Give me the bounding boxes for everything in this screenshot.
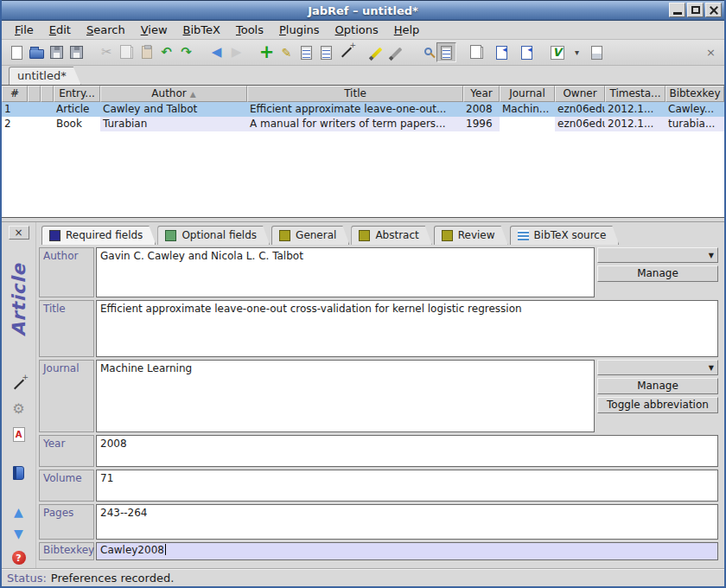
database-tab-untitled[interactable]: untitled*: [9, 67, 81, 85]
maximize-button[interactable]: [687, 3, 704, 17]
generate-key-button[interactable]: [11, 376, 27, 392]
database-tab-bar: untitled*: [2, 66, 724, 85]
pages-input[interactable]: 243--264: [96, 504, 718, 540]
col-header-bibtexkey[interactable]: Bibtexkey: [666, 86, 724, 102]
col-header-journal[interactable]: Journal: [500, 86, 555, 102]
author-input[interactable]: Gavin C. Cawley and Nicola L. C. Talbot: [96, 247, 595, 297]
copy-entries-button[interactable]: [467, 42, 487, 62]
menu-view[interactable]: View: [133, 21, 175, 39]
undo-button[interactable]: ↶: [156, 42, 176, 62]
tab-abstract[interactable]: Abstract: [351, 226, 431, 245]
copy-button[interactable]: [117, 42, 137, 62]
tab-label: Abstract: [375, 229, 418, 241]
bibtexkey-input[interactable]: Cawley2008: [96, 542, 718, 560]
tab-general[interactable]: General: [271, 226, 349, 245]
col-header-title[interactable]: Title: [247, 86, 463, 102]
menu-edit[interactable]: Edit: [41, 21, 79, 39]
gear-icon: ⚙: [12, 402, 24, 416]
import-into-new-database-button[interactable]: [492, 42, 512, 62]
tab-optional-fields[interactable]: Optional fields: [157, 226, 270, 245]
tab-label: General: [296, 229, 336, 241]
save-database-button[interactable]: [47, 42, 67, 62]
unmark-entries-button[interactable]: [386, 42, 406, 62]
table-row-2[interactable]: 2 Book Turabian A manual for writers of …: [2, 117, 724, 131]
review-icon: [442, 230, 453, 241]
new-database-button[interactable]: [7, 42, 27, 62]
table-row-1[interactable]: 1 Article Cawley and Talbot Efficient ap…: [2, 102, 724, 117]
close-entry-editor-button[interactable]: ×: [9, 226, 29, 240]
journal-manage-button[interactable]: Manage: [597, 378, 718, 394]
import-into-current-database-button[interactable]: [517, 42, 537, 62]
unmark-pen-icon: [391, 47, 402, 58]
push-to-lyx-button[interactable]: V: [547, 42, 567, 62]
menu-options[interactable]: Options: [328, 21, 386, 39]
year-input[interactable]: 2008: [96, 435, 718, 467]
journal-label: Journal: [39, 360, 94, 432]
journal-select[interactable]: ▼: [597, 360, 718, 375]
tab-bibtex-source[interactable]: BibTeX source: [510, 226, 620, 245]
author-name-format-select[interactable]: ▼: [597, 247, 718, 263]
journal-input[interactable]: Machine Learning: [96, 360, 595, 432]
new-entry-button[interactable]: +: [257, 42, 277, 62]
tab-label: Optional fields: [182, 229, 257, 241]
source-icon: [518, 230, 529, 240]
forward-button[interactable]: ▶: [226, 42, 246, 62]
cell-bibtexkey: turabia...: [666, 117, 724, 131]
open-database-button[interactable]: [27, 42, 47, 62]
col-header-number[interactable]: #: [2, 86, 28, 102]
col-header-entrytype[interactable]: Entry...: [54, 86, 100, 102]
col-header-author[interactable]: Author▲: [100, 86, 247, 102]
autoset-button[interactable]: ⚙: [11, 401, 27, 417]
help-button[interactable]: ?: [12, 551, 26, 565]
push-dropdown-button[interactable]: ▾: [567, 42, 587, 62]
plus-icon: +: [259, 43, 275, 61]
strings-icon: [301, 46, 312, 60]
edit-strings-button[interactable]: [296, 42, 316, 62]
toggle-abbreviation-button[interactable]: Toggle abbreviation: [597, 397, 718, 413]
edit-preamble-button[interactable]: [316, 42, 336, 62]
menu-bibtex[interactable]: BibTeX: [175, 21, 228, 39]
close-button[interactable]: [705, 3, 722, 17]
back-button[interactable]: ◀: [207, 42, 226, 62]
col-header-icon1[interactable]: [28, 86, 41, 102]
col-header-owner[interactable]: Owner: [555, 86, 605, 102]
menu-plugins[interactable]: Plugins: [271, 21, 328, 39]
col-header-timestamp[interactable]: Timesta...: [605, 86, 666, 102]
paste-button[interactable]: [137, 42, 156, 62]
down-arrow-icon: ▼: [14, 527, 23, 540]
copy-pages-icon: [474, 47, 483, 59]
tab-required-fields[interactable]: Required fields: [41, 226, 156, 245]
cleanup-wand-button[interactable]: [336, 42, 356, 62]
import-new-icon: [496, 46, 507, 60]
open-document-button[interactable]: [587, 42, 607, 62]
copy-icon: [124, 47, 133, 59]
menu-help[interactable]: Help: [386, 21, 428, 39]
edit-entry-button[interactable]: ✎: [277, 42, 296, 62]
volume-input[interactable]: 71: [96, 470, 718, 502]
menu-tools[interactable]: Tools: [228, 21, 271, 39]
toggle-preview-button[interactable]: [436, 42, 456, 62]
cut-button[interactable]: ✂: [97, 42, 117, 62]
author-manage-button[interactable]: Manage: [597, 265, 718, 282]
previous-entry-button[interactable]: ▲: [11, 504, 27, 520]
cell-timestamp: 2012.1...: [605, 117, 666, 131]
open-pdf-button[interactable]: A: [11, 426, 27, 442]
title-input[interactable]: Efficient approximate leave-one-out cros…: [96, 300, 718, 357]
status-label: Status:: [7, 572, 47, 585]
redo-button[interactable]: ↷: [176, 42, 196, 62]
write-xmp-button[interactable]: [11, 465, 27, 481]
menu-search[interactable]: Search: [79, 21, 133, 39]
cell-bibtexkey: Cawley...: [666, 102, 724, 117]
mark-entries-button[interactable]: [366, 42, 386, 62]
save-all-button[interactable]: [67, 42, 86, 62]
col-header-year[interactable]: Year: [463, 86, 500, 102]
search-button[interactable]: [417, 42, 436, 62]
menu-file[interactable]: File: [7, 21, 41, 39]
tab-review[interactable]: Review: [434, 226, 508, 245]
entry-editor-tools: ⚙ A ▲ ▼ ?: [2, 376, 35, 565]
toolbar-close-icon[interactable]: ×: [706, 46, 719, 59]
next-entry-button[interactable]: ▼: [11, 526, 27, 541]
col-header-icon2[interactable]: [41, 86, 54, 102]
minimize-button[interactable]: [669, 3, 685, 17]
cell-number: 1: [2, 102, 28, 117]
